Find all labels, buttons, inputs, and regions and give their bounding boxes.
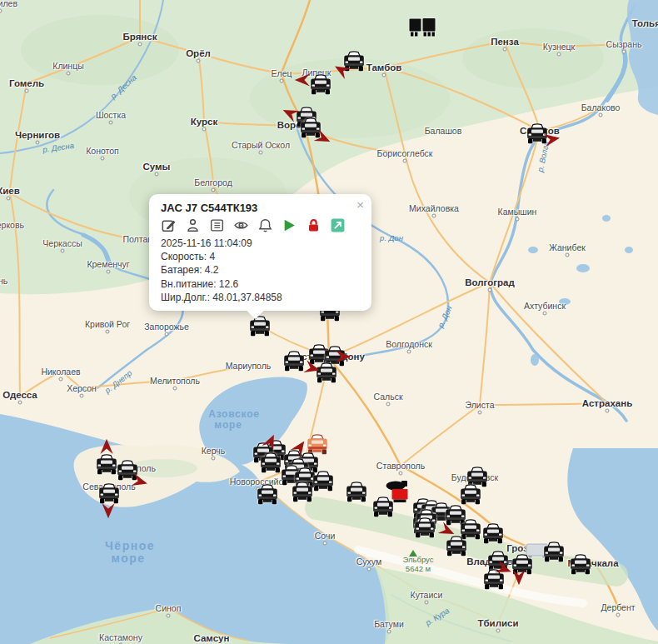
vehicle-marker-car[interactable] — [247, 316, 272, 337]
vehicle-marker-car[interactable] — [97, 483, 122, 504]
popup-toolbar — [161, 217, 360, 233]
vehicle-marker-car[interactable] — [314, 362, 339, 383]
lock-icon[interactable] — [306, 217, 322, 233]
popup-title: JAC J7 С544ТК193 — [161, 202, 360, 214]
vehicle-marker-car[interactable] — [458, 484, 483, 505]
vehicle-marker-car[interactable] — [341, 51, 366, 72]
vehicle-marker-car[interactable] — [510, 554, 535, 575]
vehicle-marker-car[interactable] — [412, 517, 437, 538]
vehicle-marker-car[interactable] — [525, 123, 550, 144]
close-icon[interactable]: × — [356, 198, 364, 211]
driver-icon[interactable] — [185, 217, 201, 233]
vehicle-marker-car[interactable] — [255, 484, 280, 505]
eye-icon[interactable] — [233, 217, 249, 233]
vehicle-marker-truck[interactable] — [408, 16, 436, 37]
vehicle-marker-car[interactable] — [481, 523, 506, 544]
vehicle-marker-car[interactable] — [298, 117, 323, 138]
vehicle-popup: × JAC J7 С544ТК193 — [149, 194, 371, 311]
popup-battery: Батарея: 4.2 — [161, 263, 360, 277]
vehicles-layer — [0, 0, 658, 644]
vehicle-marker-car[interactable] — [308, 74, 333, 95]
popup-coords: Шир.Долг.: 48.01,37.84858 — [161, 291, 360, 304]
popup-datetime: 2025-11-16 11:04:09 — [161, 237, 360, 250]
bell-icon[interactable] — [257, 217, 273, 233]
vehicle-marker-car[interactable] — [568, 554, 593, 575]
external-link-icon[interactable] — [330, 217, 346, 233]
play-icon[interactable] — [282, 217, 297, 233]
vehicle-marker-car[interactable] — [481, 569, 506, 590]
vehicle-marker-car[interactable] — [371, 497, 396, 517]
popup-speed: Скорость: 4 — [161, 250, 360, 263]
vehicle-marker-car[interactable] — [344, 482, 369, 502]
vehicle-marker-car[interactable] — [115, 460, 140, 481]
vehicle-marker-car[interactable] — [541, 542, 566, 562]
edit-icon[interactable] — [161, 217, 177, 233]
details-icon[interactable] — [209, 217, 225, 233]
vehicle-marker-car[interactable] — [444, 536, 469, 557]
popup-power: Вн.питание: 12.6 — [161, 277, 360, 291]
map-canvas[interactable]: МогилевБрянскОрёлКлинцыГомельШосткаКурск… — [0, 0, 658, 644]
vehicle-marker-car[interactable] — [282, 351, 307, 372]
vehicle-marker-car[interactable] — [290, 482, 315, 502]
